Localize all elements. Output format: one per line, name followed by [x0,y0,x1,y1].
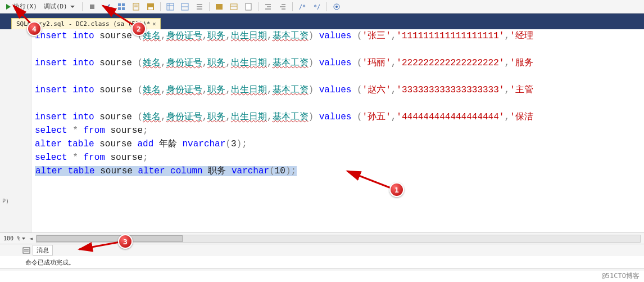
tbl-sourse: sourse [99,112,132,122]
separator [160,2,161,11]
svg-rect-3 [118,7,121,10]
play-icon [4,3,12,11]
parse-button[interactable] [101,2,113,11]
kw-into: into [72,112,94,122]
uncomment-button[interactable]: */ [311,2,323,11]
gutter-label: P) [2,198,9,204]
rp: ) [237,139,242,149]
outdent-button[interactable] [276,2,289,11]
separator [209,2,210,11]
execute-button[interactable]: 执行(X) [2,2,39,11]
star: * [72,153,78,163]
tool-btn-9[interactable] [242,2,255,11]
kw-column: column [170,166,203,176]
kw-from: from [83,126,105,136]
grid2-icon [166,3,174,11]
marker-2: 2 [131,21,146,36]
kw-select: select [35,126,67,136]
separator [326,2,327,11]
work-area: P) insert into sourse (姓名,身份证号,职务,出生日期,基… [0,29,644,232]
val: '孙五' [362,112,391,122]
list-icon [196,3,203,11]
tbl-sourse: sourse [99,58,132,68]
svg-text:*/: */ [314,4,320,10]
separator [292,2,293,11]
svg-rect-21 [246,3,251,10]
val: '111111111111111111' [396,31,504,41]
sql-editor[interactable]: insert into sourse (姓名,身份证号,职务,出生日期,基本工资… [31,29,644,232]
semi: ; [143,153,148,163]
svg-text:/*...*/: /*...*/ [299,4,306,10]
comment-icon: /*...*/ [298,3,306,11]
kw-table: table [68,166,95,176]
scroll-left-button[interactable]: ◄ [29,235,33,241]
messages-tab[interactable]: 消息 [33,245,53,256]
svg-rect-32 [23,248,30,253]
zoom-bar: 100 % ◄ [0,232,644,244]
indent-icon [264,3,272,11]
watermark: @51CTO博客 [602,271,640,281]
kw-into: into [72,58,94,68]
kw-add: add [137,139,153,149]
tool-btn-last[interactable] [330,2,343,11]
scrollbar-thumb[interactable] [37,235,183,242]
tbl-sourse: sourse [99,85,132,95]
kw-alter: alter [35,139,62,149]
val: '333333333333333333' [396,85,504,95]
check-icon [103,3,111,11]
marker-4: 4 [27,21,42,36]
table2-icon [230,3,238,11]
tbl: sourse [110,153,143,163]
tool-btn-2[interactable] [130,2,142,11]
val: '玛丽' [362,58,391,68]
kw-into: into [72,85,94,95]
separator [258,2,258,11]
kw-values: values [319,31,352,41]
svg-rect-4 [122,7,125,10]
kw-values: values [319,112,352,122]
editor-gutter: P) [0,29,31,232]
stop-icon [88,3,96,11]
rp: ) [285,166,291,176]
doc-icon [132,3,140,11]
zoom-value: 100 % [3,235,20,241]
tool-btn-6[interactable] [193,2,206,11]
tbl: sourse [100,166,133,176]
uncomment-icon: */ [313,3,321,11]
kw-values: values [319,85,352,95]
kw-insert: insert [35,58,67,68]
bottom-border [0,268,644,271]
tool-btn-7[interactable] [213,2,225,11]
type: varchar [232,166,269,176]
kw-into: into [72,31,94,41]
debug-button[interactable]: 调试(D) [42,2,79,11]
val: '张三' [362,31,391,41]
kw-alter: alter [35,166,62,176]
svg-rect-18 [216,4,223,10]
type: nvarchar [183,139,226,149]
outdent-icon [279,3,287,11]
lp: ( [269,166,275,176]
kw-insert: insert [35,85,67,95]
tool-btn-5[interactable] [179,2,191,11]
val: '赵六' [362,85,391,95]
svg-point-31 [335,6,338,8]
tool-btn-4[interactable] [164,2,176,11]
main-toolbar: 执行(X) 调试(D) /*...*/ */ [0,0,644,14]
val: '222222222222222222' [396,58,504,68]
semi: ; [291,166,297,176]
n: 3 [231,139,237,149]
val: '主管 [510,85,533,95]
kw-insert: insert [35,112,67,122]
n: 10 [275,166,285,176]
tool-btn-1[interactable] [115,2,128,11]
close-icon[interactable]: × [152,21,156,27]
messages-bar: 消息 [0,244,644,256]
comment-button[interactable]: /*...*/ [296,2,309,11]
val: '经理 [510,31,533,41]
zoom-dropdown[interactable]: 100 % [3,235,26,241]
tool-btn-8[interactable] [228,2,240,11]
stop-button[interactable] [86,2,98,11]
tool-btn-3[interactable] [144,2,157,11]
indent-button[interactable] [262,2,274,11]
